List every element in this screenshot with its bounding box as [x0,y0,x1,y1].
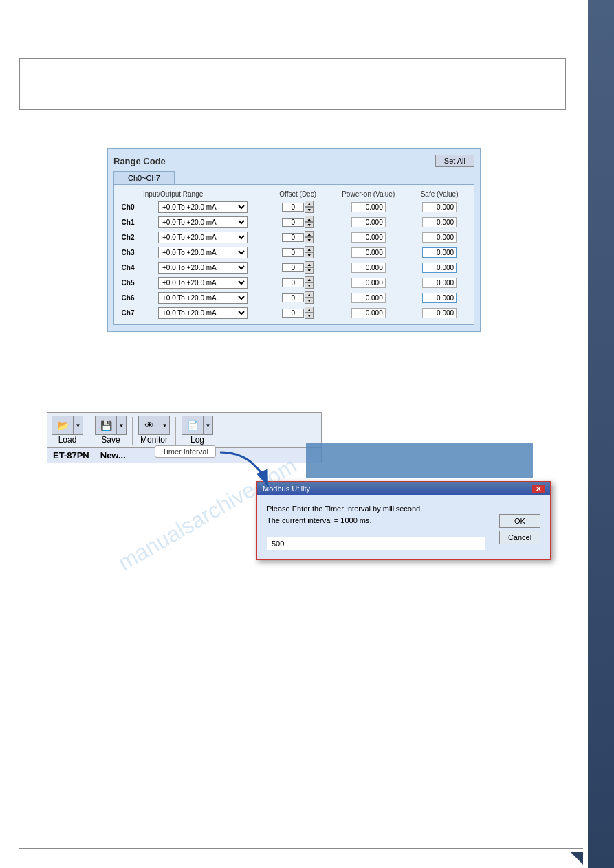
offset-down-4[interactable]: ▼ [305,267,314,274]
table-row: Ch1+0.0 To +20.0 mA▲▼ [118,214,470,230]
power-on-input-0[interactable] [351,202,386,212]
offset-input-4[interactable] [282,263,304,272]
tab-ch0-ch7[interactable]: Ch0~Ch7 [113,171,175,184]
ch-label-ch4: Ch4 [118,260,138,275]
save-icon[interactable]: 💾 [95,416,117,435]
offset-up-5[interactable]: ▲ [305,276,314,282]
ch-label-ch3: Ch3 [118,245,138,260]
modbus-timer-input[interactable] [267,537,485,550]
safe-cell-4 [409,260,470,275]
offset-down-7[interactable]: ▼ [305,313,314,319]
offset-up-3[interactable]: ▲ [305,246,314,252]
range-select-cell-2: +0.0 To +20.0 mA [138,230,268,245]
offset-down-6[interactable]: ▼ [305,298,314,304]
offset-down-2[interactable]: ▼ [305,237,314,243]
save-btn-row: 💾 ▼ [95,416,127,435]
range-select-cell-5: +0.0 To +20.0 mA [138,275,268,290]
monitor-icon[interactable]: 👁 [138,416,160,435]
load-dropdown-arrow[interactable]: ▼ [74,416,83,435]
load-button-group: 📂 ▼ Load [52,416,83,445]
power-on-cell-1 [327,214,409,230]
footer-line [19,848,583,849]
offset-down-5[interactable]: ▼ [305,282,314,289]
table-row: Ch2+0.0 To +20.0 mA▲▼ [118,230,470,245]
power-on-input-2[interactable] [351,232,386,243]
range-select-7[interactable]: +0.0 To +20.0 mA [158,307,248,319]
range-select-cell-7: +0.0 To +20.0 mA [138,305,268,320]
separator-3 [175,417,176,445]
offset-up-4[interactable]: ▲ [305,261,314,267]
offset-cell-3: ▲▼ [268,245,327,260]
power-on-input-4[interactable] [351,263,386,273]
footer-arrow [571,852,583,865]
offset-input-6[interactable] [282,293,304,302]
modbus-message-line1: Please Enter the Timer Interval by milli… [267,504,422,513]
modbus-cancel-button[interactable]: Cancel [499,531,540,544]
offset-down-3[interactable]: ▼ [305,252,314,258]
range-select-2[interactable]: +0.0 To +20.0 mA [158,232,248,243]
range-select-4[interactable]: +0.0 To +20.0 mA [158,262,248,274]
modbus-message-line2: The current interval = 1000 ms. [267,516,372,524]
safe-input-5[interactable] [422,278,457,288]
table-row: Ch7+0.0 To +20.0 mA▲▼ [118,305,470,320]
power-on-cell-2 [327,230,409,245]
monitor-dropdown-arrow[interactable]: ▼ [160,416,170,435]
safe-input-3[interactable] [422,247,457,258]
safe-cell-2 [409,230,470,245]
safe-input-0[interactable] [422,202,457,212]
log-icon[interactable]: 📄 [182,416,204,435]
offset-input-2[interactable] [282,233,304,242]
offset-up-0[interactable]: ▲ [305,201,314,207]
offset-up-1[interactable]: ▲ [305,216,314,222]
load-icon[interactable]: 📂 [52,416,74,435]
range-select-cell-3: +0.0 To +20.0 mA [138,245,268,260]
save-button-group: 💾 ▼ Save [95,416,127,445]
offset-cell-1: ▲▼ [268,214,327,230]
safe-input-4[interactable] [422,263,457,273]
power-on-input-6[interactable] [351,293,386,303]
offset-up-7[interactable]: ▲ [305,307,314,313]
range-select-1[interactable]: +0.0 To +20.0 mA [158,216,248,228]
set-all-button[interactable]: Set All [435,155,474,167]
safe-input-7[interactable] [422,308,457,318]
safe-input-1[interactable] [422,217,457,227]
modbus-dialog-close-button[interactable]: ✕ [532,485,545,493]
range-select-5[interactable]: +0.0 To +20.0 mA [158,277,248,289]
safe-input-6[interactable] [422,293,457,303]
power-on-cell-0 [327,199,409,214]
offset-up-2[interactable]: ▲ [305,231,314,237]
offset-down-0[interactable]: ▼ [305,207,314,213]
offset-input-1[interactable] [282,218,304,227]
offset-input-0[interactable] [282,203,304,212]
power-on-input-5[interactable] [351,278,386,288]
range-select-cell-4: +0.0 To +20.0 mA [138,260,268,275]
power-on-cell-5 [327,275,409,290]
modbus-ok-button[interactable]: OK [499,514,540,528]
offset-input-5[interactable] [282,278,304,287]
safe-input-2[interactable] [422,232,457,243]
col-offset-dec: Offset (Dec) [268,189,327,199]
range-select-3[interactable]: +0.0 To +20.0 mA [158,247,248,258]
offset-down-1[interactable]: ▼ [305,222,314,228]
power-on-input-3[interactable] [351,247,386,258]
range-code-header: Range Code Set All [113,155,474,167]
range-select-0[interactable]: +0.0 To +20.0 mA [158,201,248,213]
range-select-6[interactable]: +0.0 To +20.0 mA [158,292,248,304]
top-textbox [19,58,566,110]
offset-up-6[interactable]: ▲ [305,291,314,298]
offset-input-7[interactable] [282,309,304,318]
power-on-input-7[interactable] [351,308,386,318]
offset-cell-6: ▲▼ [268,290,327,305]
log-button-group: 📄 ▼ Log [182,416,213,445]
device-name: ET-87PN [53,450,89,460]
power-on-input-1[interactable] [351,217,386,227]
offset-input-3[interactable] [282,248,304,257]
log-dropdown-arrow[interactable]: ▼ [204,416,213,435]
monitor-button-group: 👁 ▼ Monitor [138,416,170,445]
ch-label-ch2: Ch2 [118,230,138,245]
modbus-dialog-titlebar: Modbus Utility ✕ [257,482,550,495]
save-dropdown-arrow[interactable]: ▼ [117,416,127,435]
range-code-title: Range Code [113,156,166,166]
right-sidebar [588,0,614,868]
ch-label-ch0: Ch0 [118,199,138,214]
